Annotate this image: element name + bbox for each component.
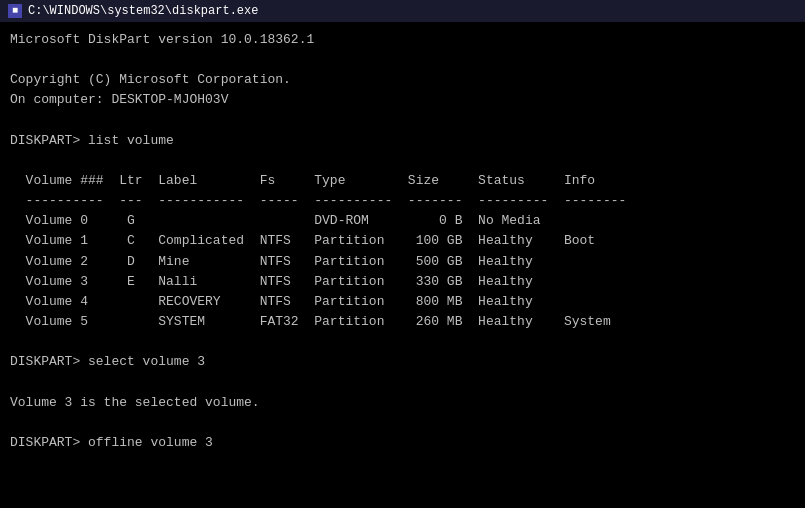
line-result: Volume 3 is the selected volume. bbox=[10, 393, 795, 413]
line-copyright: Copyright (C) Microsoft Corporation. bbox=[10, 70, 795, 90]
volume-0-row: Volume 0 G DVD-ROM 0 B No Media bbox=[10, 211, 795, 231]
line-empty-4 bbox=[10, 372, 795, 392]
title-bar: ■ C:\WINDOWS\system32\diskpart.exe bbox=[0, 0, 805, 22]
volume-3-row: Volume 3 E Nalli NTFS Partition 330 GB H… bbox=[10, 272, 795, 292]
line-empty-1 bbox=[10, 111, 795, 131]
volume-1-row: Volume 1 C Complicated NTFS Partition 10… bbox=[10, 231, 795, 251]
volume-5-row: Volume 5 SYSTEM FAT32 Partition 260 MB H… bbox=[10, 312, 795, 332]
app-icon: ■ bbox=[8, 4, 22, 18]
terminal-body: Microsoft DiskPart version 10.0.18362.1 … bbox=[0, 22, 805, 461]
line-empty-3 bbox=[10, 332, 795, 352]
line-empty-2 bbox=[10, 151, 795, 171]
line-cmd3: DISKPART> offline volume 3 bbox=[10, 433, 795, 453]
line-cmd1: DISKPART> list volume bbox=[10, 131, 795, 151]
line-empty-5 bbox=[10, 413, 795, 433]
window-title: C:\WINDOWS\system32\diskpart.exe bbox=[28, 4, 258, 18]
volume-2-row: Volume 2 D Mine NTFS Partition 500 GB He… bbox=[10, 252, 795, 272]
line-computer: On computer: DESKTOP-MJOH03V bbox=[10, 90, 795, 110]
line-version: Microsoft DiskPart version 10.0.18362.1 bbox=[10, 30, 795, 50]
volume-4-row: Volume 4 RECOVERY NTFS Partition 800 MB … bbox=[10, 292, 795, 312]
line-empty-0 bbox=[10, 50, 795, 70]
line-cmd2: DISKPART> select volume 3 bbox=[10, 352, 795, 372]
table-header: Volume ### Ltr Label Fs Type Size Status… bbox=[10, 171, 795, 191]
table-separator: ---------- --- ----------- ----- -------… bbox=[10, 191, 795, 211]
